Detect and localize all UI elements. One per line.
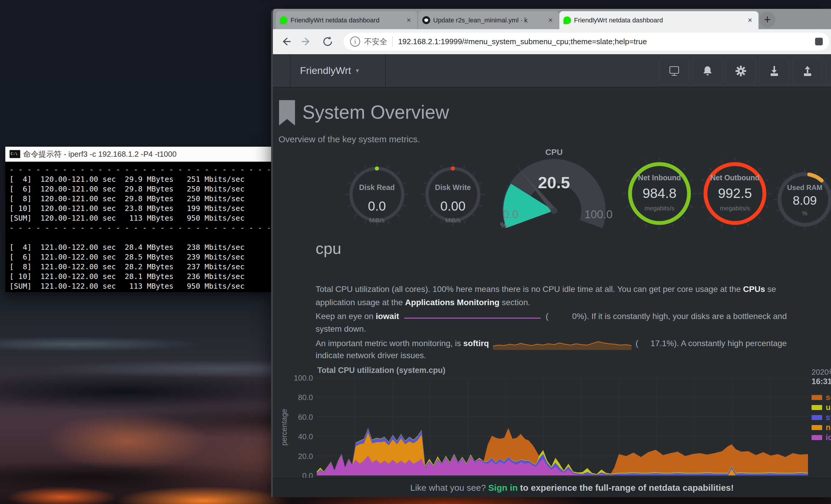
cpu-description-line: indicate network driver issues. [316,351,426,360]
text: %). A constantly high percentage [666,339,787,348]
y-tick: 40.0 [281,432,313,441]
browser-window: FriendlyWrt netdata dashboard × Update r… [271,9,831,497]
signin-banner: Like what you see? Sign in to experience… [273,478,831,497]
chevron-down-icon: ▾ [356,67,359,75]
security-label: 不安全 [364,36,387,47]
gauge-unit: MiB/s [342,217,412,224]
chart-date: 2020年3 [811,367,831,377]
tab-strip: FriendlyWrt netdata dashboard × Update r… [273,9,831,29]
legend-label: softirq [826,393,831,402]
chart-title: Total CPU utilization (system.cpu) [317,366,446,375]
text: se [765,285,776,294]
cpu-description-line: application usage at the Applications Mo… [316,298,530,307]
softirq-sparkline[interactable] [493,337,631,351]
disk-write-dot [451,167,455,171]
tab-close-icon[interactable]: × [404,16,413,25]
y-axis-label: percentage [280,395,288,460]
settings-gear-button[interactable] [726,57,756,85]
tab-netdata-2-active[interactable]: FriendlyWrt netdata dashboard × [559,11,758,29]
y-tick: 80.0 [281,393,313,402]
text: section. [499,298,530,307]
host-dropdown[interactable]: FriendlyWrt ▾ [300,54,359,87]
extension-icon[interactable] [815,38,823,46]
legend-item-iowait[interactable]: iowait [811,434,831,441]
browser-toolbar: i 不安全 192.168.2.1:19999/#menu_system_sub… [273,29,831,55]
gauge-used-ram[interactable]: Used RAM 8.09 % [772,167,831,232]
gauge-cpu[interactable]: CPU 20.5 0.0 100.0 % [489,148,619,234]
text: %). If it is constantly high, your disks… [577,312,787,321]
legend-item-nice[interactable]: nice [811,423,831,431]
legend-label: user [826,403,831,412]
text: ( [546,312,548,321]
tab-netdata-1[interactable]: FriendlyWrt netdata dashboard × [276,11,417,29]
legend-item-user[interactable]: user [811,404,831,411]
cpu-utilization-chart[interactable] [317,378,808,475]
cpu-description-line: system down. [316,324,366,334]
export-upload-button[interactable] [793,57,823,85]
forward-button[interactable] [298,33,315,50]
legend-item-system[interactable]: system [811,414,831,421]
text: Keep an eye on [316,312,376,321]
url-bar[interactable]: i 不安全 192.168.2.1:19999/#menu_system_sub… [344,33,829,50]
iowait-sparkline[interactable] [403,311,542,323]
softirq-value: 17.1 [638,339,666,348]
github-favicon [422,16,430,24]
cpu-description-line: Total CPU utilization (all cores). 100% … [316,285,776,294]
legend-swatch [811,395,822,400]
disk-read-dot [375,167,379,171]
chart-areas [317,428,808,475]
legend-swatch [811,425,822,430]
help-button[interactable] [826,57,831,85]
screen: { "terminal": { "title": "命令提示符 - iperf3… [0,0,831,504]
gauge-unit: megabits/s [621,205,698,212]
terminal-title: 命令提示符 - iperf3 -c 192.168.1.2 -P4 -t1000 [23,149,176,159]
text: to experience the full-range of netdata … [520,483,734,493]
gauge-label: Net Inbound [621,174,698,182]
legend-swatch [811,435,822,440]
text: An important metric worth monitoring, is [316,339,463,348]
bookmark-icon [279,100,295,127]
info-icon[interactable]: i [350,36,360,47]
terminal-body: - - - - - - - - - - - - - - - - - - - - … [5,162,271,292]
used-ram-arc [809,174,822,181]
terminal-window: C:\ 命令提示符 - iperf3 -c 192.168.1.2 -P4 -t… [5,147,271,292]
gauge-label: Net Outbound [697,174,773,182]
gauge-disk-write[interactable]: Disk Write 0.00 MiB/s [418,159,488,230]
url-divider [393,36,393,47]
text: Total CPU utilization (all cores). 100% … [316,285,743,294]
cmd-icon: C:\ [9,150,20,158]
legend-label: system [826,413,831,422]
back-button[interactable] [278,33,294,50]
gauge-unit: megabits/s [697,205,773,212]
new-tab-button[interactable]: + [760,12,775,28]
tab-close-icon[interactable]: × [746,16,754,25]
gauge-unit: MiB/s [418,217,488,224]
url-text[interactable]: 192.168.2.1:19999/#menu_system_submenu_c… [398,37,811,46]
y-tick: 60.0 [281,413,313,422]
y-tick: 20.0 [281,452,313,461]
applications-monitoring-link[interactable]: Applications Monitoring [405,298,499,307]
cpus-link[interactable]: CPUs [743,285,765,294]
legend-item-softirq[interactable]: softirq [811,393,831,401]
text: Like what you see? [410,483,486,493]
terminal-output: - - - - - - - - - - - - - - - - - - - - … [5,162,271,292]
reload-button[interactable] [319,33,336,50]
alarms-bell-button[interactable] [692,57,722,85]
sign-in-link[interactable]: Sign in [488,483,518,493]
gauge-label: CPU [489,148,619,157]
tab-separator [418,14,418,26]
terminal-titlebar[interactable]: C:\ 命令提示符 - iperf3 -c 192.168.1.2 -P4 -t… [5,147,271,162]
iowait-value: 0 [548,312,577,321]
gauge-max: 100.0 [579,208,618,221]
page-subtitle: Overview of the key system metrics. [279,134,420,144]
print-monitor-button[interactable] [659,57,689,85]
gauge-disk-read[interactable]: Disk Read 0.0 MiB/s [342,159,412,230]
tab-close-icon[interactable]: × [546,16,555,25]
gauge-net-inbound[interactable]: Net Inbound 984.8 megabits/s [621,155,698,232]
cpu-description-line: Keep an eye on iowait (0%). If it is con… [316,311,787,323]
gauge-label: Disk Write [418,183,488,192]
netdata-favicon [280,17,288,24]
import-download-button[interactable] [759,57,789,85]
tab-github[interactable]: Update r2s_lean_minimal.yml · k × [418,11,559,29]
gauge-net-outbound[interactable]: Net Outbound 992.5 megabits/s [697,155,773,232]
